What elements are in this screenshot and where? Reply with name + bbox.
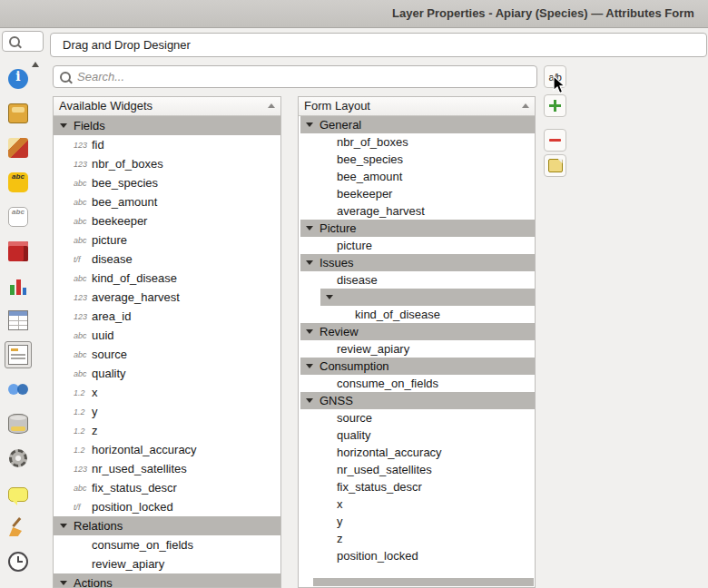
- form-item-consume_on_fields[interactable]: consume_on_fields: [299, 375, 535, 392]
- widget-item-disease[interactable]: t/fdisease: [54, 250, 280, 269]
- widget-item-beekeeper[interactable]: abcbeekeeper: [54, 211, 280, 230]
- available-widgets-header[interactable]: Available Widgets: [54, 97, 280, 116]
- widget-item-label: bee_amount: [92, 195, 157, 209]
- ab-icon: a/b: [549, 72, 562, 83]
- form-group-gnss[interactable]: GNSS: [300, 392, 535, 409]
- form-group-picture[interactable]: Picture: [300, 220, 535, 237]
- text-format-button[interactable]: a/b: [544, 65, 566, 88]
- sidebar-item-temporal[interactable]: [5, 548, 32, 575]
- form-group-issues[interactable]: Issues: [300, 254, 535, 271]
- form-group-review[interactable]: Review: [300, 323, 535, 340]
- expand-triangle-icon[interactable]: [326, 295, 333, 299]
- sidebar-item-information[interactable]: [5, 65, 32, 93]
- form-item-y[interactable]: y: [299, 513, 535, 530]
- widget-item-fix_status_descr[interactable]: abcfix_status_descr: [54, 478, 280, 497]
- form-item-bee_species[interactable]: bee_species: [299, 151, 535, 168]
- properties-tab-sidebar: [0, 60, 36, 588]
- widget-item-x[interactable]: 1.2x: [54, 383, 280, 402]
- window-title-bar[interactable]: Layer Properties - Apiary (Species) — At…: [0, 0, 708, 28]
- sidebar-item-display[interactable]: [5, 479, 32, 506]
- sidebar-item-3d-view[interactable]: [5, 238, 32, 265]
- expand-triangle-icon[interactable]: [306, 364, 313, 368]
- form-group-general[interactable]: General: [300, 116, 535, 133]
- sidebar-scroll-up-icon[interactable]: [32, 62, 39, 67]
- widget-group-actions[interactable]: Actions: [54, 573, 280, 588]
- designer-mode-selector[interactable]: Drag and Drop Designer: [50, 33, 707, 57]
- properties-search-box[interactable]: [2, 31, 44, 52]
- expand-triangle-icon[interactable]: [60, 524, 67, 528]
- expand-triangle-icon[interactable]: [306, 329, 313, 334]
- widget-item-nr_used_satellites[interactable]: 123nr_used_satellites: [54, 459, 280, 478]
- widget-item-average_harvest[interactable]: 123average_harvest: [54, 288, 280, 307]
- widget-item-label: y: [92, 405, 98, 418]
- form-item-picture[interactable]: picture: [299, 237, 535, 254]
- form-item-beekeeper[interactable]: beekeeper: [299, 185, 535, 202]
- field-type-icon: abc: [74, 369, 92, 378]
- sidebar-item-source[interactable]: [5, 100, 32, 127]
- widget-group-relations[interactable]: Relations: [54, 516, 280, 535]
- sidebar-item-labels[interactable]: [5, 169, 32, 196]
- widget-item-fid[interactable]: 123fid: [54, 135, 280, 154]
- widget-group-fields[interactable]: Fields: [54, 116, 280, 135]
- widget-item-nbr_of_boxes[interactable]: 123nbr_of_boxes: [54, 154, 280, 173]
- remove-container-button[interactable]: [544, 129, 566, 152]
- minus-icon: [549, 139, 561, 142]
- widget-item-bee_species[interactable]: abcbee_species: [54, 173, 280, 192]
- widget-item-review_apiary[interactable]: review_apiary: [54, 554, 280, 573]
- sidebar-item-joins[interactable]: [5, 376, 32, 403]
- widget-item-y[interactable]: 1.2y: [54, 402, 280, 421]
- widget-item-bee_amount[interactable]: abcbee_amount: [54, 192, 280, 211]
- widget-item-uuid[interactable]: abcuuid: [54, 326, 280, 345]
- form-item-z[interactable]: z: [299, 530, 535, 547]
- form-item-x[interactable]: x: [299, 495, 535, 513]
- form-item-average_harvest[interactable]: average_harvest: [299, 202, 535, 220]
- form-group-unnamed[interactable]: [320, 289, 535, 306]
- expand-triangle-icon[interactable]: [60, 581, 67, 585]
- form-item-source[interactable]: source: [299, 409, 535, 426]
- form-layout-header[interactable]: Form Layout: [299, 97, 535, 116]
- widget-item-horizontal_accuracy[interactable]: 1.2horizontal_accuracy: [54, 440, 280, 459]
- sidebar-item-masks[interactable]: [5, 203, 32, 230]
- widget-item-source[interactable]: abcsource: [54, 345, 280, 364]
- form-item-kind_of_disease[interactable]: kind_of_disease: [299, 306, 535, 323]
- joins-icon: [8, 379, 28, 399]
- sidebar-item-diagrams[interactable]: [5, 272, 32, 299]
- form-group-consumption[interactable]: Consumption: [300, 358, 535, 375]
- form-item-bee_amount[interactable]: bee_amount: [299, 168, 535, 185]
- sidebar-item-actions[interactable]: [5, 445, 32, 472]
- sidebar-item-attributes-form[interactable]: [5, 341, 32, 368]
- add-container-button[interactable]: [544, 94, 566, 117]
- sidebar-item-rendering[interactable]: [5, 514, 32, 541]
- widget-item-kind_of_disease[interactable]: abckind_of_disease: [54, 269, 280, 288]
- widget-item-position_locked[interactable]: t/fposition_locked: [54, 497, 280, 516]
- field-type-icon: 1.2: [74, 446, 92, 455]
- widget-item-consume_on_fields[interactable]: consume_on_fields: [54, 535, 280, 554]
- widget-item-label: x: [92, 386, 98, 399]
- expand-triangle-icon[interactable]: [60, 123, 67, 128]
- form-item-quality[interactable]: quality: [299, 426, 535, 444]
- sidebar-item-variables[interactable]: [5, 583, 32, 588]
- widget-item-area_id[interactable]: 123area_id: [54, 307, 280, 326]
- form-item-nr_used_satellites[interactable]: nr_used_satellites: [299, 461, 535, 478]
- expand-triangle-icon[interactable]: [306, 398, 313, 403]
- form-item-fix_status_descr[interactable]: fix_status_descr: [299, 478, 535, 495]
- form-item-horizontal_accuracy[interactable]: horizontal_accuracy: [299, 444, 535, 461]
- sidebar-item-symbology[interactable]: [5, 134, 32, 162]
- form-item-review_apiary[interactable]: review_apiary: [299, 340, 535, 358]
- form-item-position_locked[interactable]: position_locked: [299, 547, 535, 564]
- widget-item-label: z: [92, 424, 98, 437]
- widget-item-label: uuid: [92, 328, 114, 342]
- sidebar-item-fields[interactable]: [5, 307, 32, 334]
- form-item-label: bee_amount: [337, 170, 402, 183]
- expand-triangle-icon[interactable]: [306, 226, 313, 230]
- expand-triangle-icon[interactable]: [306, 260, 313, 265]
- search-input[interactable]: [53, 65, 537, 88]
- form-item-nbr_of_boxes[interactable]: nbr_of_boxes: [299, 133, 535, 151]
- widget-item-picture[interactable]: abcpicture: [54, 230, 280, 250]
- widget-item-z[interactable]: 1.2z: [54, 421, 280, 440]
- widget-item-quality[interactable]: abcquality: [54, 364, 280, 383]
- form-item-disease[interactable]: disease: [299, 271, 535, 289]
- expand-triangle-icon[interactable]: [306, 122, 313, 127]
- sidebar-item-auxiliary-storage[interactable]: [5, 410, 32, 437]
- edit-container-button[interactable]: [544, 154, 566, 177]
